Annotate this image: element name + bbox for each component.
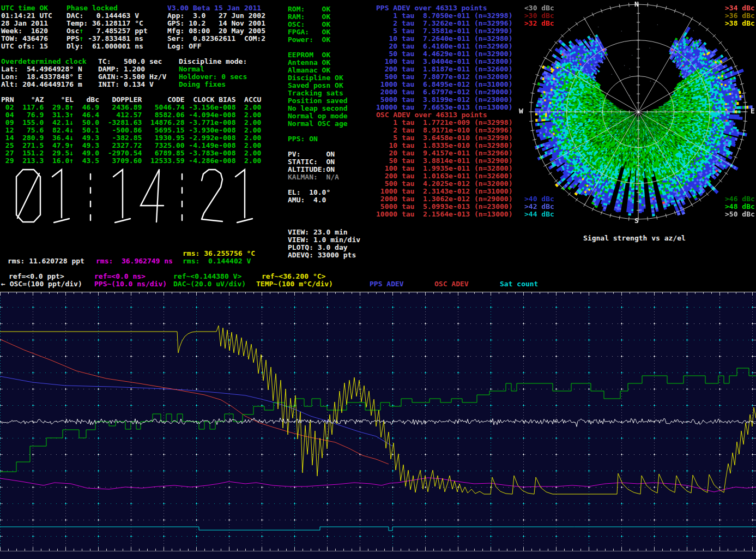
receiver-status-line: OSC: OK — [288, 21, 330, 28]
dbc-legend-item: <30 dBc — [524, 4, 554, 12]
phase-info-line: Temp: 36.128117 °C — [66, 20, 143, 27]
dbc-legend-item: >46 dBc — [725, 195, 755, 203]
dbc-legend-item: >44 dBc — [524, 211, 554, 218]
gps-status-line: Saved posn OK — [288, 82, 343, 89]
clock-glyph — [141, 170, 164, 206]
osc-adev-table-row: 100 tau 1.9935e-011 (n=32800) — [376, 165, 512, 172]
pps-adev-table-row: 2 tau 7.3262e-011 (n=32996) — [376, 20, 512, 27]
gpsdo-monitor-screen: Signal strength vs az/el UTC time OK01:1… — [0, 0, 756, 559]
view-settings-line: VIEW: 23.0 min — [288, 229, 348, 236]
strip-chart — [0, 292, 756, 559]
dbc-legend-item: >34 dBc — [725, 4, 755, 12]
dbc-legend-item: >40 dBc — [524, 195, 554, 203]
clock-glyph — [235, 170, 245, 218]
big-digital-clock — [15, 168, 274, 225]
pps-adev-table-row: 5 tau 7.3581e-011 (n=32990) — [376, 27, 512, 35]
version-info-line: Ser: 0.82362611 COM:2 — [167, 35, 265, 43]
ref-pps-line: ref=<0.0 ns> — [94, 273, 146, 280]
loop-params-line: DAMP: 1.200 — [98, 65, 145, 73]
phase-info-line-seg: 7.485257 ppt — [83, 27, 147, 35]
gps-status-line: Almanac OK — [288, 67, 330, 74]
rms-temp-line: rms: 36.255756 °C — [183, 250, 255, 257]
view-settings-line: ADEVQ: 33000 pts — [288, 251, 356, 259]
mask-settings-line: AMU: 4.0 — [288, 196, 326, 204]
ref-dac-line: ref~<0.144380 V> — [173, 273, 241, 280]
pps-adev-table-row: 1 tau 8.7050e-011 (n=32998) — [376, 12, 512, 20]
gps-status-line: Normal OSC age — [288, 120, 348, 128]
receiver-status-line: ROM: OK — [288, 5, 330, 13]
osc-adev-table-row: 200 tau 1.0163e-011 (n=32600) — [376, 172, 512, 180]
osc-adev-table-row: 5000 tau 5.0993e-013 (n=23000) — [376, 203, 512, 211]
fix-modes-line: KALMAN: N/A — [288, 173, 339, 181]
pps-adev-table-row: 5000 tau 3.8199e-012 (n=23000) — [376, 96, 512, 104]
utc-status-line: UTC time OK — [1, 4, 48, 12]
discipline-mode-line: Normal — [179, 65, 204, 73]
phase-status-line: Phase locked — [66, 4, 118, 12]
receiver-status-line: Power: OK — [288, 36, 330, 44]
phase-info-line: Osc↑ 7.485257 ppt — [66, 27, 148, 35]
osc-adev-table-row: 5 tau 3.6458e-010 (n=32990) — [376, 134, 512, 142]
view-settings-line: PLOTQ: 3.0 day — [288, 244, 348, 251]
pps-adev-table-row: 200 tau 1.8187e-011 (n=32600) — [376, 65, 512, 73]
phase-info-line: DAC: 0.144463 V — [66, 12, 139, 20]
version-info-line: App: 3.0 27 Jun 2002 — [167, 12, 265, 20]
pps-adev-table-row: 50 tau 4.4629e-011 (n=32900) — [376, 50, 512, 58]
osc-adev-table-title: OSC ADEV over 46313 points — [376, 111, 487, 119]
pps-adev-table-row: 20 tau 6.4160e-011 (n=32960) — [376, 43, 512, 50]
pps-adev-table-row: 100 tau 3.0404e-011 (n=32800) — [376, 58, 512, 65]
odc-title-line: Overdetermined clock — [1, 58, 87, 65]
osc-adev-table-row: 1 tau 1.7721e-009 (n=32998) — [376, 119, 512, 127]
clock-glyph — [113, 170, 123, 218]
fix-modes-line: PV: ON — [288, 151, 335, 158]
compass-label-e: E — [751, 107, 755, 115]
osc-adev-table-row: 2000 tau 1.3062e-012 (n=29000) — [376, 195, 512, 203]
compass-label-s: S — [634, 217, 639, 225]
utc-info-line: UTC ofs: 15 — [1, 43, 48, 50]
version-info-line: Mfg: 08:00 20 May 2005 — [167, 27, 265, 35]
clock-glyph — [237, 219, 252, 223]
gps-status-line: Tracking sats — [288, 89, 343, 97]
sat-table-row: 29 213.3 16.0↑ 43.5 3709.60 12533.59 -4.… — [1, 157, 261, 165]
rms-dac-line: rms: 0.144402 V — [183, 257, 251, 265]
position-info-line: Lon: 18.4337848° E — [1, 73, 82, 81]
gps-status-line: Position saved — [288, 97, 348, 105]
plot-label-osc-line: ← OSC=(100 ppt/div) — [1, 280, 82, 288]
pps-adev-table-row: 2000 tau 6.6797e-012 (n=29000) — [376, 88, 512, 96]
version-title-line: V3.00 Beta 15 Jan 2011 — [167, 4, 261, 12]
version-info-line: Log: OFF — [167, 43, 202, 50]
compass-label-w: W — [519, 107, 523, 115]
clock-glyph — [54, 219, 69, 223]
dbc-legend-item: >38 dBc — [725, 20, 755, 27]
gps-status-line: Antenna OK — [288, 59, 330, 67]
clock-glyph — [202, 219, 222, 221]
phase-info-line-seg: -37.833481 ns — [83, 34, 143, 43]
dbc-legend-item: >30 dBc — [524, 12, 554, 20]
plot-label-osc-adev-line: OSC ADEV — [434, 280, 469, 288]
loop-params-line: GAIN:-3.500 Hz/V — [98, 73, 166, 81]
version-info-line: GPS: 10.2 14 Nov 2001 — [167, 20, 265, 27]
phase-info-line-seg: PPS — [66, 34, 79, 43]
osc-adev-table-row: 50 tau 3.8814e-011 (n=32900) — [376, 157, 512, 165]
pps-adev-table-row: 10000 tau 7.6653e-013 (n=13000) — [376, 104, 512, 111]
osc-adev-table-row: 500 tau 4.2025e-012 (n=32000) — [376, 180, 512, 188]
dbc-legend-item: >32 dBc — [524, 20, 554, 27]
utc-info-line: Week: 1620 — [1, 27, 48, 35]
dbc-legend-item: >48 dBc — [725, 203, 755, 211]
view-settings-line: VIEW: 1.0 min/div — [288, 236, 360, 244]
gps-status-line: No leap second — [288, 105, 348, 112]
sat-table-row: 25 271.5 47.9↑ 49.3 2327.72 7325.00 -4.1… — [1, 142, 261, 149]
sat-table-row: 27 151.2 29.5↓ 49.0 -2970.54 6789.85 -3.… — [1, 149, 261, 157]
plot-label-dac-line: DAC~(20.0 uV/div) — [173, 280, 246, 288]
ref-osc-line: ref=<0.0 ppt> — [9, 273, 64, 280]
compass-label-n: N — [634, 1, 639, 8]
clock-glyph — [52, 170, 62, 218]
sat-table-row: 02 117.6 29.8↑ 46.9 2436.89 5046.74 -3.1… — [1, 104, 261, 111]
clock-glyph — [202, 170, 222, 219]
receiver-status-line: FPGA: OK — [288, 28, 330, 36]
sat-table-row: 09 155.0 42.1↓ 50.0 -3281.63 14876.28 -3… — [1, 119, 261, 127]
utc-info-line: TOW: 436476 — [1, 35, 48, 43]
fix-modes-line: STATIC: ON — [288, 158, 335, 166]
sat-table-row: 04 76.9 31.3↑ 46.4 412.57 8582.06 -4.094… — [1, 111, 261, 119]
clock-glyph — [115, 219, 130, 223]
phase-info-line: Dly: 61.000001 ns — [66, 43, 143, 50]
